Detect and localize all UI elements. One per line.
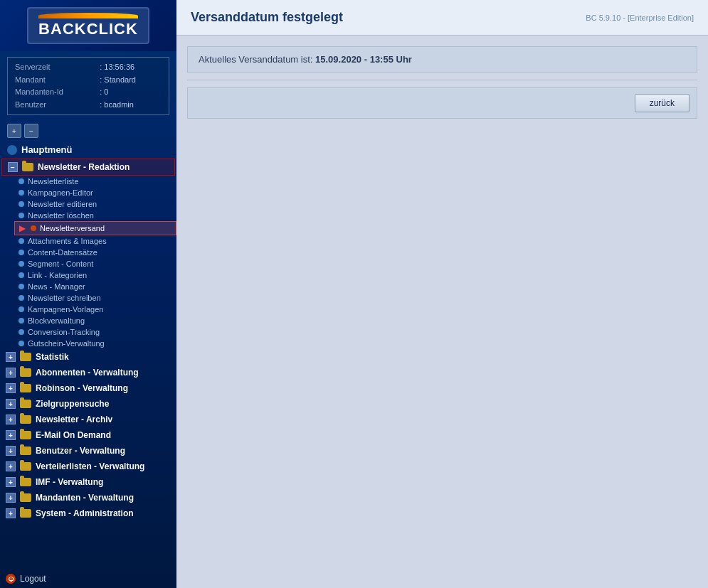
expand-icon: +: [6, 383, 16, 393]
section-label: Verteilerlisten - Verwaltung: [36, 461, 144, 471]
nav-child-newsletterliste[interactable]: Newsletterliste: [14, 176, 176, 187]
section-label: Newsletter - Archiv: [36, 415, 112, 424]
logout-icon: ⏻: [6, 574, 16, 584]
child-label: News - Manager: [28, 282, 85, 291]
nav-child-segment-content[interactable]: Segment - Content: [14, 258, 176, 269]
newsletter-redaktion-header[interactable]: − Newsletter - Redaktion: [1, 159, 175, 176]
folder-icon: [20, 493, 31, 502]
sidebar-section-imf---verwaltung[interactable]: + IMF - Verwaltung: [0, 474, 176, 490]
bullet-icon: [19, 318, 24, 324]
nav-child-attachments[interactable]: Attachments & Images: [14, 235, 176, 247]
sidebar-section-newsletter---archiv[interactable]: + Newsletter - Archiv: [0, 412, 176, 427]
sidebar-section-abonnenten---verwaltung[interactable]: + Abonnenten - Verwaltung: [0, 365, 176, 380]
info-text-value: 15.09.2020 - 13:55 Uhr: [315, 54, 412, 65]
folder-icon: [20, 509, 31, 518]
benutzer-value: : bcadmin: [98, 99, 163, 112]
expand-icon: +: [6, 368, 16, 378]
newsletter-redaktion-children: Newsletterliste Kampagnen-Editor Newslet…: [0, 176, 176, 349]
expand-icon: −: [8, 162, 18, 172]
expand-icon: +: [6, 477, 16, 487]
child-label: Segment - Content: [28, 260, 93, 268]
back-button[interactable]: zurück: [635, 94, 689, 112]
bullet-icon: [19, 190, 24, 196]
folder-icon: [20, 478, 31, 486]
bullet-icon: [19, 284, 24, 289]
nav-child-newsletter-editieren[interactable]: Newsletter editieren: [14, 198, 176, 210]
hauptmenu-icon: [7, 145, 17, 155]
section-label: Robinson - Verwaltung: [36, 383, 128, 393]
folder-icon: [20, 415, 31, 424]
expand-all-button[interactable]: +: [7, 124, 21, 138]
bullet-icon: [19, 178, 24, 184]
page-title: Versanddatum festgelegt: [191, 10, 343, 25]
other-sections: + Statistik + Abonnenten - Verwaltung + …: [0, 349, 176, 521]
newsletter-redaktion-label: Newsletter - Redaktion: [38, 162, 130, 172]
logo-area: BACKCLICK: [0, 0, 176, 51]
child-label: Content-Datensätze: [28, 248, 97, 257]
expand-icon: +: [6, 493, 16, 503]
child-label: Gutschein-Verwaltung: [28, 339, 105, 348]
newsletter-redaktion-group: − Newsletter - Redaktion Newsletterliste…: [0, 159, 176, 349]
bullet-icon: [19, 213, 24, 218]
collapse-all-button[interactable]: −: [24, 124, 38, 138]
folder-icon: [22, 163, 33, 171]
server-info-box: Serverzeit : 13:56:36 Mandant : Standard…: [7, 57, 169, 115]
expand-icon: +: [6, 399, 16, 409]
mandanten-id-label: Mandanten-Id: [14, 86, 98, 99]
sidebar-section-statistik[interactable]: + Statistik: [0, 349, 176, 365]
sidebar-section-zielgruppensuche[interactable]: + Zielgruppensuche: [0, 396, 176, 412]
expand-icon: +: [6, 461, 16, 471]
child-label: Attachments & Images: [28, 237, 107, 245]
logo-text: BACKCLICK: [38, 20, 138, 38]
bullet-icon: [31, 225, 36, 231]
nav-child-blockverwaltung[interactable]: Blockverwaltung: [14, 315, 176, 326]
top-bar: Versanddatum festgelegt BC 5.9.10 - [Ent…: [176, 0, 708, 36]
content-area: Aktuelles Versanddatum ist: 15.09.2020 -…: [176, 36, 708, 588]
bullet-icon: [19, 341, 24, 346]
nav-child-kampagnen-editor[interactable]: Kampagnen-Editor: [14, 187, 176, 198]
nav-child-content-datensaetze[interactable]: Content-Datensätze: [14, 247, 176, 258]
sidebar-section-e-mail-on-demand[interactable]: + E-Mail On Demand: [0, 427, 176, 443]
info-bar: Aktuelles Versanddatum ist: 15.09.2020 -…: [187, 46, 697, 73]
nav-child-newsletterversand[interactable]: ▶ Newsletterversand: [14, 221, 176, 235]
nav-child-kampagnen-vorlagen[interactable]: Kampagnen-Vorlagen: [14, 304, 176, 315]
sidebar-section-benutzer---verwaltung[interactable]: + Benutzer - Verwaltung: [0, 443, 176, 459]
version-info: BC 5.9.10 - [Enterprise Edition]: [586, 14, 694, 22]
nav-child-newsletter-loeschen[interactable]: Newsletter löschen: [14, 210, 176, 221]
child-label: Kampagnen-Editor: [28, 188, 93, 197]
hauptmenu-item[interactable]: Hauptmenü: [0, 141, 176, 159]
sidebar-section-robinson---verwaltung[interactable]: + Robinson - Verwaltung: [0, 380, 176, 396]
serverzeit-value: : 13:56:36: [98, 61, 163, 74]
nav-child-gutschein-verwaltung[interactable]: Gutschein-Verwaltung: [14, 338, 176, 349]
toolbar-icons: + −: [0, 121, 176, 141]
section-label: Abonnenten - Verwaltung: [36, 368, 139, 378]
nav-child-news-manager[interactable]: News - Manager: [14, 281, 176, 292]
folder-icon: [20, 353, 31, 361]
benutzer-label: Benutzer: [14, 99, 98, 112]
nav-child-conversion-tracking[interactable]: Conversion-Tracking: [14, 326, 176, 338]
sidebar-section-mandanten---verwaltung[interactable]: + Mandanten - Verwaltung: [0, 490, 176, 506]
bullet-icon: [19, 306, 24, 312]
logo-box: BACKCLICK: [27, 7, 149, 44]
section-label: Zielgruppensuche: [36, 399, 109, 409]
mandant-label: Mandant: [14, 74, 98, 87]
arrow-icon: ▶: [19, 223, 26, 233]
nav-child-newsletter-schreiben[interactable]: Newsletter schreiben: [14, 292, 176, 304]
child-label: Newsletter schreiben: [28, 294, 101, 302]
folder-icon: [20, 384, 31, 392]
main-content: Versanddatum festgelegt BC 5.9.10 - [Ent…: [176, 0, 708, 588]
bullet-icon: [19, 329, 24, 335]
folder-icon: [20, 368, 31, 377]
child-label: Conversion-Tracking: [28, 328, 100, 336]
logout-label: Logout: [20, 574, 46, 584]
expand-icon: +: [6, 446, 16, 456]
mandanten-id-value: : 0: [98, 86, 163, 99]
section-label: IMF - Verwaltung: [36, 477, 103, 487]
bullet-icon: [19, 250, 24, 255]
sidebar-section-system---administration[interactable]: + System - Administration: [0, 506, 176, 521]
sidebar-section-verteilerlisten---verwaltung[interactable]: + Verteilerlisten - Verwaltung: [0, 459, 176, 474]
nav-child-link-kategorien[interactable]: Link - Kategorien: [14, 269, 176, 281]
hauptmenu-label: Hauptmenü: [21, 144, 73, 155]
logout-item[interactable]: ⏻ Logout: [0, 570, 176, 588]
bullet-icon: [19, 261, 24, 267]
